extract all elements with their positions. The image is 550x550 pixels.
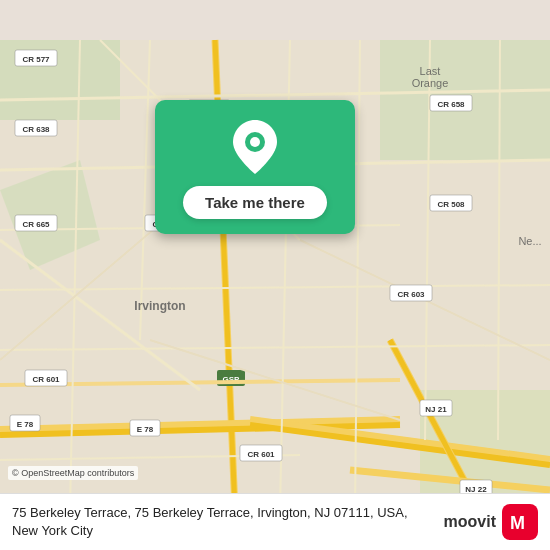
svg-text:CR 638: CR 638 xyxy=(22,125,50,134)
svg-text:CR 603: CR 603 xyxy=(397,290,425,299)
svg-text:CR 665: CR 665 xyxy=(22,220,50,229)
location-pin-icon xyxy=(233,120,277,174)
svg-text:CR 601: CR 601 xyxy=(32,375,60,384)
svg-text:CR 508: CR 508 xyxy=(437,200,465,209)
address-text: 75 Berkeley Terrace, 75 Berkeley Terrace… xyxy=(12,504,434,540)
svg-text:E 78: E 78 xyxy=(17,420,34,429)
svg-text:CR 601: CR 601 xyxy=(247,450,275,459)
svg-text:E 78: E 78 xyxy=(137,425,154,434)
svg-text:Irvington: Irvington xyxy=(134,299,185,313)
svg-text:CR 577: CR 577 xyxy=(22,55,50,64)
location-card: Take me there xyxy=(155,100,355,234)
moovit-text: moovit xyxy=(444,513,496,531)
svg-point-69 xyxy=(250,137,260,147)
svg-text:Orange: Orange xyxy=(412,77,449,89)
moovit-logo: moovit M xyxy=(444,504,538,540)
svg-text:NJ 21: NJ 21 xyxy=(425,405,447,414)
osm-credit: © OpenStreetMap contributors xyxy=(8,466,138,480)
svg-text:CR 658: CR 658 xyxy=(437,100,465,109)
take-me-there-button[interactable]: Take me there xyxy=(183,186,327,219)
map-container: GSP GSP xyxy=(0,0,550,550)
moovit-icon: M xyxy=(502,504,538,540)
svg-text:Last: Last xyxy=(420,65,441,77)
svg-text:M: M xyxy=(510,513,525,533)
svg-text:Ne...: Ne... xyxy=(518,235,541,247)
bottom-bar: 75 Berkeley Terrace, 75 Berkeley Terrace… xyxy=(0,493,550,550)
